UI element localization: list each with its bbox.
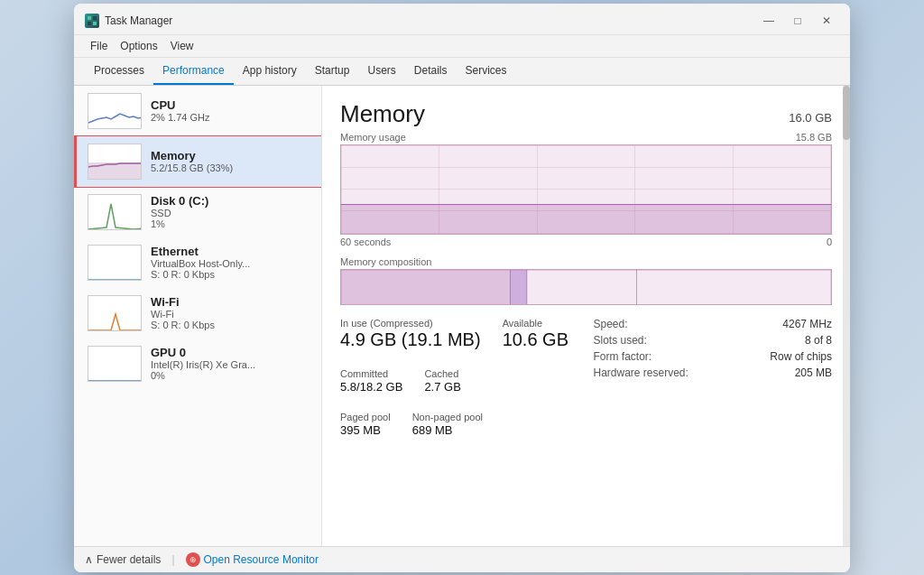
svg-rect-5 — [341, 270, 510, 305]
wifi-sub: Wi-Fi — [151, 309, 310, 320]
menubar: File Options View — [74, 35, 850, 58]
resource-monitor-label: Open Resource Monitor — [204, 553, 319, 566]
svg-rect-0 — [88, 16, 91, 20]
maximize-button[interactable]: □ — [785, 11, 810, 31]
time-end: 0 — [827, 236, 832, 247]
gpu-thumbnail — [88, 346, 142, 382]
stats-left: In use (Compressed) 4.9 GB (19.1 MB) Ava… — [340, 318, 579, 446]
tab-services[interactable]: Services — [457, 58, 516, 85]
gpu-sub: Intel(R) Iris(R) Xe Gra... — [151, 359, 310, 370]
memory-name: Memory — [151, 149, 310, 162]
disk-type: SSD — [151, 208, 310, 218]
svg-rect-8 — [637, 270, 831, 305]
memory-info: Memory 5.2/15.8 GB (33%) — [151, 149, 310, 173]
svg-rect-7 — [527, 270, 637, 305]
sidebar-item-ethernet[interactable]: Ethernet VirtualBox Host-Only... S: 0 R:… — [74, 237, 321, 288]
minimize-button[interactable]: — — [756, 11, 781, 31]
gpu-pct: 0% — [151, 370, 310, 381]
gpu-info: GPU 0 Intel(R) Iris(R) Xe Gra... 0% — [151, 346, 310, 381]
form-label: Form factor: — [594, 350, 652, 363]
scrollbar-thumb[interactable] — [843, 86, 850, 140]
stats-area: In use (Compressed) 4.9 GB (19.1 MB) Ava… — [340, 318, 832, 446]
comp-chart-section: Memory composition — [340, 256, 832, 305]
available-value: 10.6 GB — [503, 329, 568, 350]
app-icon — [85, 14, 99, 28]
usage-label: Memory usage — [340, 132, 406, 143]
sidebar-item-gpu[interactable]: GPU 0 Intel(R) Iris(R) Xe Gra... 0% — [74, 339, 321, 389]
ethernet-thumbnail — [88, 245, 142, 281]
tab-performance[interactable]: Performance — [153, 58, 234, 85]
memory-usage: 5.2/15.8 GB (33%) — [151, 162, 310, 173]
disk-info: Disk 0 (C:) SSD 1% — [151, 194, 310, 229]
in-use-value: 4.9 GB (19.1 MB) — [340, 329, 481, 350]
sidebar-item-disk[interactable]: Disk 0 (C:) SSD 1% — [74, 187, 321, 237]
wifi-name: Wi-Fi — [151, 295, 310, 309]
right-stat-hw: Hardware reserved: 205 MB — [594, 366, 833, 379]
slots-value: 8 of 8 — [805, 334, 832, 347]
ethernet-name: Ethernet — [151, 245, 310, 258]
cached-label: Cached — [424, 368, 460, 379]
right-stat-speed: Speed: 4267 MHz — [594, 318, 833, 330]
task-manager-window: Task Manager — □ ✕ File Options View Pro… — [74, 4, 850, 572]
wifi-info: Wi-Fi Wi-Fi S: 0 R: 0 Kbps — [151, 295, 310, 330]
stat-paged: Paged pool 395 MB — [340, 412, 391, 437]
in-use-label: In use (Compressed) — [340, 318, 481, 329]
chart-time-row: 60 seconds 0 — [340, 236, 832, 247]
comp-label-row: Memory composition — [340, 256, 832, 267]
tab-details[interactable]: Details — [405, 58, 457, 85]
right-stat-form: Form factor: Row of chips — [594, 350, 833, 363]
time-start: 60 seconds — [340, 236, 391, 247]
paged-label: Paged pool — [340, 412, 391, 422]
wifi-thumbnail — [88, 295, 142, 331]
sidebar-item-memory[interactable]: Memory 5.2/15.8 GB (33%) — [74, 136, 321, 187]
committed-label: Committed — [340, 368, 402, 379]
stat-available: Available 10.6 GB — [503, 318, 568, 350]
sidebar: CPU 2% 1.74 GHz Memory 5.2/15.8 GB (33%) — [74, 86, 322, 546]
memory-thumbnail — [88, 144, 142, 180]
tab-processes[interactable]: Processes — [85, 58, 153, 85]
tab-app-history[interactable]: App history — [234, 58, 306, 85]
stats-right: Speed: 4267 MHz Slots used: 8 of 8 Form … — [594, 318, 833, 446]
fewer-details-button[interactable]: ∧ Fewer details — [85, 553, 161, 566]
cpu-usage: 2% 1.74 GHz — [151, 112, 310, 123]
menu-view[interactable]: View — [165, 37, 199, 55]
cpu-thumbnail — [88, 93, 142, 129]
stat-in-use: In use (Compressed) 4.9 GB (19.1 MB) — [340, 318, 481, 350]
window-controls: — □ ✕ — [756, 11, 839, 31]
menu-options[interactable]: Options — [115, 37, 162, 55]
paged-value: 395 MB — [340, 423, 391, 437]
svg-rect-6 — [510, 270, 527, 305]
usage-label-row: Memory usage 15.8 GB — [340, 132, 832, 143]
tab-startup[interactable]: Startup — [306, 58, 359, 85]
stat-committed: Committed 5.8/18.2 GB — [340, 368, 402, 394]
svg-rect-4 — [88, 162, 142, 180]
disk-pct: 1% — [151, 218, 310, 229]
hw-value: 205 MB — [795, 366, 832, 379]
titlebar-left: Task Manager — [85, 14, 172, 28]
committed-value: 5.8/18.2 GB — [340, 380, 402, 394]
available-label: Available — [503, 318, 568, 329]
ethernet-info: Ethernet VirtualBox Host-Only... S: 0 R:… — [151, 245, 310, 280]
slots-label: Slots used: — [594, 334, 647, 347]
tabbar: Processes Performance App history Startu… — [74, 58, 850, 86]
main-total: 16.0 GB — [789, 111, 832, 125]
usage-max: 15.8 GB — [796, 132, 832, 143]
stat-cached: Cached 2.7 GB — [424, 368, 460, 394]
open-resource-monitor-button[interactable]: ⊕ Open Resource Monitor — [186, 552, 319, 567]
ethernet-speed: S: 0 R: 0 Kbps — [151, 269, 310, 280]
main-scrollbar[interactable] — [843, 86, 850, 546]
svg-rect-2 — [88, 22, 91, 25]
main-title: Memory — [340, 100, 425, 128]
memory-usage-chart — [340, 144, 832, 235]
cpu-info: CPU 2% 1.74 GHz — [151, 98, 310, 123]
sidebar-item-cpu[interactable]: CPU 2% 1.74 GHz — [74, 86, 321, 136]
comp-label: Memory composition — [340, 256, 431, 267]
usage-fill — [341, 204, 831, 233]
menu-file[interactable]: File — [85, 37, 113, 55]
svg-rect-3 — [93, 22, 97, 25]
disk-thumbnail — [88, 194, 142, 230]
close-button[interactable]: ✕ — [814, 11, 839, 31]
tab-users[interactable]: Users — [358, 58, 404, 85]
footer-separator: | — [171, 553, 174, 566]
sidebar-item-wifi[interactable]: Wi-Fi Wi-Fi S: 0 R: 0 Kbps — [74, 288, 321, 339]
